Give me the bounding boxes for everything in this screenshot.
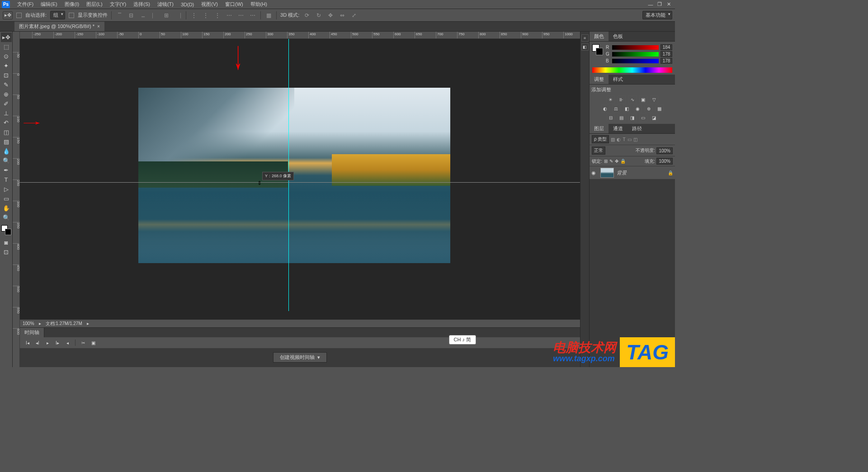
blur-tool[interactable]: 💧 xyxy=(1,146,12,156)
r-value[interactable]: 184 xyxy=(660,44,672,50)
adj-threshold-icon[interactable]: ◨ xyxy=(628,113,637,122)
timeline-tab[interactable]: 时间轴 xyxy=(20,328,44,337)
blend-mode-dropdown[interactable]: 正常 xyxy=(592,146,605,155)
layer-name[interactable]: 背景 xyxy=(617,170,665,176)
zoom-tool[interactable]: 🔍 xyxy=(1,213,12,222)
distribute-right-icon[interactable]: ⋯ xyxy=(249,12,257,19)
menu-image[interactable]: 图像(I) xyxy=(61,1,83,8)
magic-wand-tool[interactable]: ✦ xyxy=(1,61,12,71)
menu-layer[interactable]: 图层(L) xyxy=(83,1,106,8)
adj-exposure-icon[interactable]: ▣ xyxy=(639,95,647,104)
filter-smart-icon[interactable]: ◫ xyxy=(633,137,637,142)
window-close[interactable]: ✕ xyxy=(664,1,673,8)
create-timeline-button[interactable]: 创建视频时间轴▾ xyxy=(273,352,327,363)
align-hcenter-icon[interactable]: ⊞ xyxy=(162,12,170,19)
align-bottom-icon[interactable]: ⎽ xyxy=(139,12,147,19)
distribute-top-icon[interactable]: ⋮ xyxy=(190,12,198,19)
distribute-vcenter-icon[interactable]: ⋮ xyxy=(202,12,210,19)
g-value[interactable]: 178 xyxy=(660,51,672,57)
ime-indicator[interactable]: CH ♪ 简 xyxy=(449,335,476,345)
timeline-transition-icon[interactable]: ▣ xyxy=(89,339,97,346)
dodge-tool[interactable]: 🔍 xyxy=(1,156,12,165)
tab-swatches[interactable]: 色板 xyxy=(609,32,627,41)
lock-trans-icon[interactable]: ⊞ xyxy=(604,159,608,164)
g-slider[interactable] xyxy=(612,52,659,57)
align-vcenter-icon[interactable]: ⊟ xyxy=(127,12,135,19)
gradient-tool[interactable]: ▨ xyxy=(1,137,12,146)
hand-tool[interactable]: ✋ xyxy=(1,203,12,213)
menu-filter[interactable]: 滤镜(T) xyxy=(154,1,177,8)
distribute-bottom-icon[interactable]: ⋮ xyxy=(213,12,222,19)
b-value[interactable]: 178 xyxy=(660,58,672,64)
align-top-icon[interactable]: ⎺ xyxy=(115,12,123,19)
timeline-next-icon[interactable]: I▸ xyxy=(53,339,61,346)
horizontal-ruler[interactable]: -300-250-200-150-100-5005010015020025030… xyxy=(20,32,580,39)
fill-value[interactable]: 100% xyxy=(656,158,673,165)
3d-zoom-icon[interactable]: ⤢ xyxy=(350,12,358,19)
panel-color-swatches[interactable] xyxy=(592,44,603,55)
window-minimize[interactable]: — xyxy=(646,1,655,8)
auto-align-icon[interactable]: ▦ xyxy=(264,12,273,19)
autoselect-target-dropdown[interactable]: 组 xyxy=(50,11,65,19)
timeline-last-icon[interactable]: ◂ xyxy=(63,339,71,346)
status-more-icon[interactable]: ▸ xyxy=(87,321,89,326)
filter-shape-icon[interactable]: ▭ xyxy=(627,137,632,142)
window-maximize[interactable]: ❐ xyxy=(655,1,664,8)
healing-tool[interactable]: ⊕ xyxy=(1,90,12,99)
layer-kind-dropdown[interactable]: ρ 类型 xyxy=(592,135,609,143)
dock-history-icon[interactable]: ≡ xyxy=(581,34,589,42)
tab-color[interactable]: 颜色 xyxy=(590,32,609,41)
3d-roll-icon[interactable]: ↻ xyxy=(315,12,323,19)
adj-photofilter-icon[interactable]: ◉ xyxy=(634,104,642,113)
eraser-tool[interactable]: ◫ xyxy=(1,127,12,137)
adj-levels-icon[interactable]: ⊪ xyxy=(618,95,626,104)
shape-tool[interactable]: ▭ xyxy=(1,194,12,203)
lock-pixel-icon[interactable]: ✎ xyxy=(609,159,613,164)
path-tool[interactable]: ▷ xyxy=(1,184,12,194)
lock-pos-icon[interactable]: ✥ xyxy=(615,159,618,164)
adj-brightness-icon[interactable]: ☀ xyxy=(607,95,615,104)
menu-3d[interactable]: 3D(D) xyxy=(177,2,198,7)
timeline-prev-icon[interactable]: ◂I xyxy=(33,339,42,346)
crop-tool[interactable]: ⊡ xyxy=(1,71,12,80)
tab-adjustments[interactable]: 调整 xyxy=(590,75,609,84)
3d-pan-icon[interactable]: ✥ xyxy=(326,12,335,19)
opacity-value[interactable]: 100% xyxy=(656,147,673,154)
pen-tool[interactable]: ✒ xyxy=(1,165,12,175)
status-arrow-icon[interactable]: ▸ xyxy=(39,321,41,326)
adj-vibrance-icon[interactable]: ▽ xyxy=(650,95,658,104)
3d-slide-icon[interactable]: ⇔ xyxy=(338,12,346,19)
adj-invert-icon[interactable]: ⊟ xyxy=(607,113,615,122)
tab-styles[interactable]: 样式 xyxy=(609,75,627,84)
doc-tab[interactable]: 图片素材.jpeg @ 100%(RGB/8#) * × xyxy=(14,22,104,31)
filter-adjust-icon[interactable]: ◐ xyxy=(617,137,621,142)
r-slider[interactable] xyxy=(612,45,659,50)
eyedropper-tool[interactable]: ✎ xyxy=(1,80,12,90)
filter-type-icon[interactable]: T xyxy=(623,137,625,142)
adj-posterize-icon[interactable]: ▤ xyxy=(618,113,626,122)
menu-file[interactable]: 文件(F) xyxy=(14,1,37,8)
b-slider[interactable] xyxy=(612,59,659,63)
screenmode-tool[interactable]: ⊡ xyxy=(1,247,12,257)
timeline-first-icon[interactable]: I◂ xyxy=(24,339,32,346)
background-swatch[interactable] xyxy=(5,229,11,235)
align-right-icon[interactable]: ⎹ xyxy=(174,12,182,19)
filter-pixel-icon[interactable]: ▧ xyxy=(611,137,615,142)
stamp-tool[interactable]: ⊥ xyxy=(1,109,12,118)
menu-view[interactable]: 视图(V) xyxy=(198,1,222,8)
adj-channelmixer-icon[interactable]: ⊕ xyxy=(645,104,653,113)
type-tool[interactable]: T xyxy=(1,175,12,184)
menu-window[interactable]: 窗口(W) xyxy=(222,1,247,8)
tab-paths[interactable]: 路径 xyxy=(627,124,646,133)
layer-thumbnail[interactable] xyxy=(600,168,614,178)
adj-lookup-icon[interactable]: ▦ xyxy=(656,104,664,113)
adj-hue-icon[interactable]: ◐ xyxy=(601,104,609,113)
canvas-area[interactable]: ↓ → Y：268.0 像素 ⇕ xyxy=(20,39,580,319)
distribute-hcenter-icon[interactable]: ⋯ xyxy=(237,12,245,19)
menu-type[interactable]: 文字(Y) xyxy=(106,1,130,8)
tab-layers[interactable]: 图层 xyxy=(590,124,609,133)
move-tool[interactable]: ▸✥ xyxy=(1,33,12,42)
color-swatches[interactable] xyxy=(1,225,11,235)
quickmask-tool[interactable]: ◙ xyxy=(1,238,12,247)
workspace-dropdown[interactable]: 基本功能 xyxy=(642,11,672,19)
